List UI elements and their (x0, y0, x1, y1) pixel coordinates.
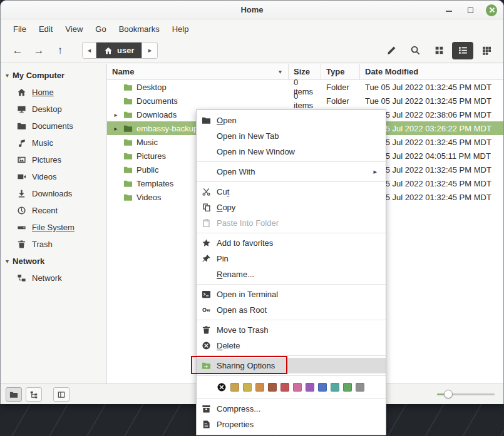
menubar-item-view[interactable]: View (59, 22, 89, 36)
copy-icon (202, 203, 211, 212)
sidebar-tree-button[interactable] (26, 387, 42, 402)
sidebar-item-desktop[interactable]: Desktop (1, 101, 106, 118)
color-swatch[interactable] (243, 383, 252, 392)
menu-separator (197, 284, 386, 285)
breadcrumb-prev-button[interactable]: ◂ (82, 42, 96, 59)
color-swatch[interactable] (230, 383, 239, 392)
menu-item-move-to-trash[interactable]: Move to Trash (197, 322, 386, 338)
menubar-item-help[interactable]: Help (166, 22, 195, 36)
trash-icon (202, 325, 211, 335)
close-button[interactable] (486, 4, 497, 16)
color-swatch[interactable] (343, 383, 352, 392)
file-date: Tue 05 Jul 2022 01:32:45 PM MDT (360, 94, 503, 108)
menu-item-delete[interactable]: Delete (197, 338, 386, 353)
file-row-documents[interactable]: Documents 0 items Folder Tue 05 Jul 2022… (107, 94, 503, 108)
terminal-icon (202, 290, 211, 299)
file-name: Templates (136, 179, 173, 188)
menu-item-open-in-new-window[interactable]: Open in New Window (197, 144, 386, 160)
folder-icon (123, 151, 133, 161)
sidebar-section-network[interactable]: ▾ Network (1, 253, 106, 270)
menu-item-open-in-new-tab[interactable]: Open in New Tab (197, 128, 386, 144)
sidebar-item-music[interactable]: Music (1, 134, 106, 151)
sidebar-item-recent[interactable]: Recent (1, 202, 106, 219)
file-name: Desktop (136, 83, 167, 92)
menu-item-pin[interactable]: Pin (197, 251, 386, 266)
color-swatch[interactable] (280, 383, 289, 392)
icon-view-button[interactable] (428, 42, 450, 59)
share-folder-icon (202, 361, 211, 370)
folder-icon (123, 165, 133, 175)
up-button[interactable]: ↑ (49, 42, 71, 59)
file-name: Music (136, 138, 158, 147)
menu-item-open-with[interactable]: Open With ▸ (197, 164, 386, 180)
search-button[interactable] (404, 42, 426, 59)
menu-item-cut[interactable]: Cut (197, 184, 386, 200)
sidebar-item-downloads[interactable]: Downloads (1, 185, 106, 202)
menu-separator (197, 398, 386, 399)
folder-icon (123, 179, 133, 188)
menu-separator (197, 233, 386, 233)
color-swatch[interactable] (318, 383, 327, 392)
clear-color-icon[interactable] (217, 382, 227, 392)
folder-icon (123, 124, 133, 133)
back-button[interactable]: ← (7, 42, 28, 59)
menu-item-sharing-options[interactable]: Sharing Options (197, 358, 386, 373)
sidebar-item-home[interactable]: Home (1, 84, 106, 101)
panel-toggle-button[interactable] (53, 387, 69, 402)
sidebar-places-button[interactable] (6, 387, 22, 402)
compact-view-button[interactable] (476, 42, 497, 59)
color-swatch[interactable] (293, 383, 302, 392)
forward-button[interactable]: → (28, 42, 49, 59)
menu-item-properties[interactable]: Properties (197, 417, 386, 432)
menu-item-add-to-favorites[interactable]: Add to favorites (197, 235, 386, 251)
menu-item-compress[interactable]: Compress... (197, 401, 386, 417)
list-view-button[interactable] (452, 42, 473, 59)
minimize-button[interactable] (443, 4, 455, 16)
submenu-arrow-icon: ▸ (373, 168, 379, 176)
sidebar-section-my-computer[interactable]: ▾ My Computer (1, 67, 106, 84)
section-expander-icon: ▾ (6, 258, 9, 265)
sidebar-item-videos[interactable]: Videos (1, 168, 106, 185)
places-icon (9, 389, 18, 399)
menubar-item-edit[interactable]: Edit (33, 22, 59, 36)
properties-icon (202, 420, 211, 429)
back-icon: ← (13, 44, 23, 57)
menubar-item-file[interactable]: File (7, 22, 33, 36)
zoom-slider-handle[interactable] (444, 390, 453, 398)
breadcrumb-next-button[interactable]: ▸ (142, 42, 158, 59)
expander-icon[interactable]: ▸ (112, 125, 120, 132)
menu-item-open-as-root[interactable]: Open as Root (197, 302, 386, 318)
menu-item-open-in-terminal[interactable]: Open in Terminal (197, 286, 386, 302)
zoom-slider[interactable] (437, 390, 495, 398)
file-name: Documents (136, 96, 178, 106)
column-header-type[interactable]: Type (321, 64, 360, 80)
maximize-button[interactable] (465, 4, 476, 16)
search-icon (410, 45, 421, 56)
menu-item-open[interactable]: Open (197, 113, 386, 128)
menubar-item-bookmarks[interactable]: Bookmarks (113, 22, 166, 36)
color-swatch[interactable] (306, 383, 314, 392)
color-swatch[interactable] (255, 383, 264, 392)
menu-separator (197, 181, 386, 182)
cut-icon (202, 187, 211, 196)
sidebar-item-trash[interactable]: Trash (1, 236, 106, 253)
sidebar-item-documents[interactable]: Documents (1, 118, 106, 134)
sidebar-item-file-system[interactable]: File System (1, 219, 106, 236)
column-header-date[interactable]: Date Modified (360, 64, 503, 80)
menubar-item-go[interactable]: Go (89, 22, 112, 36)
color-swatch[interactable] (331, 383, 339, 392)
sidebar-item-network[interactable]: Network (1, 270, 106, 286)
breadcrumb: ◂ user ▸ (82, 42, 158, 59)
column-header-name[interactable]: Name ▾ (107, 64, 289, 80)
menu-item-copy[interactable]: Copy (197, 200, 386, 215)
color-swatch[interactable] (268, 383, 277, 392)
color-swatch[interactable] (356, 383, 364, 392)
menu-item-rename[interactable]: Rename... (197, 266, 386, 282)
toolbar: ← → ↑ ◂ user ▸ (1, 38, 503, 63)
location-entry-toggle-button[interactable] (381, 42, 402, 59)
expander-icon[interactable]: ▸ (112, 111, 120, 118)
breadcrumb-location-button[interactable]: user (96, 42, 142, 59)
menu-separator (197, 355, 386, 356)
folder-icon (123, 138, 133, 147)
sidebar-item-pictures[interactable]: Pictures (1, 151, 106, 168)
